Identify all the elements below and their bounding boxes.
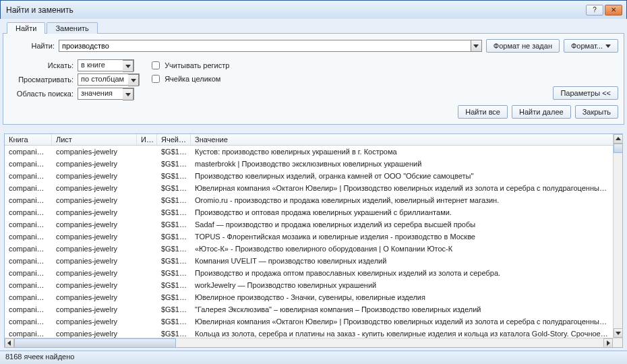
table-row[interactable]: companies.xlsxcompanies-jewelry$G$1446"Г…: [5, 303, 613, 315]
scroll-thumb[interactable]: [14, 338, 176, 347]
cell-book: companies.xlsx: [5, 231, 52, 243]
cell-sheet: companies-jewelry: [52, 170, 137, 182]
help-button[interactable]: ?: [586, 5, 603, 16]
cell-value: Sadaf — производство и продажа ювелирных…: [191, 218, 613, 231]
status-text: 8168 ячеек найдено: [5, 353, 74, 361]
cell-name: [137, 206, 157, 218]
find-next-button[interactable]: Найти далее: [512, 105, 571, 119]
cell-sheet: companies-jewelry: [52, 243, 137, 255]
cell-book: companies.xlsx: [5, 218, 52, 231]
scroll-thumb[interactable]: [614, 144, 623, 153]
cell-address: $G$1449: [157, 315, 191, 328]
lookin-select[interactable]: значения: [78, 88, 134, 100]
grid-body[interactable]: companies.xlsxcompanies-jewelry$G$1204Ку…: [5, 146, 613, 338]
table-row[interactable]: companies.xlsxcompanies-jewelry$G$1204Ку…: [5, 146, 613, 158]
find-label: Найти:: [9, 42, 55, 50]
cell-book: companies.xlsx: [5, 182, 52, 194]
cell-sheet: companies-jewelry: [52, 303, 137, 315]
cell-value: Oromio.ru - производство и продажа ювели…: [191, 194, 613, 206]
chevron-down-icon: [123, 60, 133, 72]
horizontal-scrollbar[interactable]: [5, 338, 622, 347]
cell-value: workJewelry — Производство ювелирных укр…: [191, 279, 613, 291]
table-row[interactable]: companies.xlsxcompanies-jewelry$G$1373TO…: [5, 231, 613, 243]
status-bar: 8168 ячеек найдено: [0, 351, 627, 364]
cell-book: companies.xlsx: [5, 267, 52, 279]
find-history-dropdown[interactable]: [471, 40, 482, 52]
cell-sheet: companies-jewelry: [52, 267, 137, 279]
cell-name: [137, 194, 157, 206]
cell-address: $G$1313: [157, 218, 191, 231]
cell-address: $G$1271: [157, 170, 191, 182]
cell-address: $G$1273: [157, 182, 191, 194]
table-row[interactable]: companies.xlsxcompanies-jewelry$G$1392Ко…: [5, 255, 613, 267]
window-close-button[interactable]: ✕: [605, 5, 622, 16]
col-header-sheet[interactable]: Лист: [52, 134, 137, 145]
cell-name: [137, 328, 157, 338]
cell-address: $G$1285: [157, 206, 191, 218]
table-row[interactable]: companies.xlsxcompanies-jewelry$G$1439Юв…: [5, 291, 613, 303]
cell-address: $G$1282: [157, 194, 191, 206]
col-header-value[interactable]: Значение: [191, 134, 622, 145]
direction-select[interactable]: по столбцам: [78, 73, 140, 86]
cell-value: Ювелирная компания «Октагон Ювелир» | Пр…: [191, 315, 613, 328]
cell-value: Кольца из золота, серебра и платины на з…: [191, 328, 613, 338]
scroll-up-icon[interactable]: [614, 134, 623, 144]
cell-value: Компания UVELIT — производство ювелирных…: [191, 255, 613, 267]
col-header-cell[interactable]: Ячейка: [157, 134, 191, 145]
format-button[interactable]: Формат...: [564, 39, 618, 53]
options-toggle-button[interactable]: Параметры <<: [553, 86, 618, 100]
whole-cell-checkbox[interactable]: Ячейка целиком: [149, 73, 229, 85]
cell-book: companies.xlsx: [5, 328, 52, 338]
find-panel: Найти: Формат не задан Формат... Искать:…: [3, 33, 624, 125]
table-row[interactable]: companies.xlsxcompanies-jewelry$G$1282Or…: [5, 194, 613, 206]
match-case-checkbox[interactable]: Учитывать регистр: [149, 59, 229, 71]
scroll-right-icon[interactable]: [603, 338, 613, 347]
table-row[interactable]: companies.xlsxcompanies-jewelry$G$1449Юв…: [5, 315, 613, 328]
cell-address: $G$1232: [157, 158, 191, 170]
cell-name: [137, 170, 157, 182]
cell-address: $G$1398: [157, 267, 191, 279]
vertical-scrollbar[interactable]: [613, 134, 622, 338]
scope-label: Искать:: [9, 61, 73, 69]
cell-sheet: companies-jewelry: [52, 279, 137, 291]
scroll-down-icon[interactable]: [614, 328, 623, 338]
cell-book: companies.xlsx: [5, 146, 52, 158]
tab-replace[interactable]: Заменить: [47, 22, 97, 34]
table-row[interactable]: companies.xlsxcompanies-jewelry$G$1383«Ю…: [5, 243, 613, 255]
format-status: Формат не задан: [486, 39, 560, 53]
scope-select[interactable]: в книге: [78, 59, 134, 71]
title-bar: Найти и заменить ? ✕: [1, 1, 626, 20]
cell-sheet: companies-jewelry: [52, 194, 137, 206]
cell-value: masterbrokk | Производство эксклюзивных …: [191, 158, 613, 170]
direction-label: Просматривать:: [9, 75, 73, 84]
cell-value: Кустов: производство ювелирных украшений…: [191, 146, 613, 158]
table-row[interactable]: companies.xlsxcompanies-jewelry$G$1271Пр…: [5, 170, 613, 182]
cell-value: Производство и продажа оптом православны…: [191, 267, 613, 279]
cell-value: Производство и оптовая продажа ювелирных…: [191, 206, 613, 218]
tab-find[interactable]: Найти: [7, 22, 45, 34]
table-row[interactable]: companies.xlsxcompanies-jewelry$G$1273Юв…: [5, 182, 613, 194]
cell-name: [137, 291, 157, 303]
find-all-button[interactable]: Найти все: [458, 105, 508, 119]
find-input[interactable]: [59, 40, 471, 52]
window-title: Найти и заменить: [6, 5, 73, 15]
cell-book: companies.xlsx: [5, 206, 52, 218]
table-row[interactable]: companies.xlsxcompanies-jewelry$G$1630Ко…: [5, 328, 613, 338]
cell-sheet: companies-jewelry: [52, 182, 137, 194]
cell-value: Ювелирная компания «Октагон Ювелир» | Пр…: [191, 182, 613, 194]
scroll-left-icon[interactable]: [5, 338, 14, 347]
col-header-book[interactable]: Книга: [5, 134, 52, 145]
chevron-down-icon: [123, 88, 133, 100]
table-row[interactable]: companies.xlsxcompanies-jewelry$G$1409wo…: [5, 279, 613, 291]
table-row[interactable]: companies.xlsxcompanies-jewelry$G$1313Sa…: [5, 218, 613, 231]
col-header-name[interactable]: Имя: [137, 134, 157, 145]
cell-book: companies.xlsx: [5, 194, 52, 206]
table-row[interactable]: companies.xlsxcompanies-jewelry$G$1398Пр…: [5, 267, 613, 279]
cell-name: [137, 303, 157, 315]
tab-strip: Найти Заменить: [3, 22, 624, 33]
table-row[interactable]: companies.xlsxcompanies-jewelry$G$1285Пр…: [5, 206, 613, 218]
cell-address: $G$1409: [157, 279, 191, 291]
close-button[interactable]: Закрыть: [575, 105, 618, 119]
cell-value: TOPUS - Флорентийская мозаика и ювелирны…: [191, 231, 613, 243]
table-row[interactable]: companies.xlsxcompanies-jewelry$G$1232ma…: [5, 158, 613, 170]
